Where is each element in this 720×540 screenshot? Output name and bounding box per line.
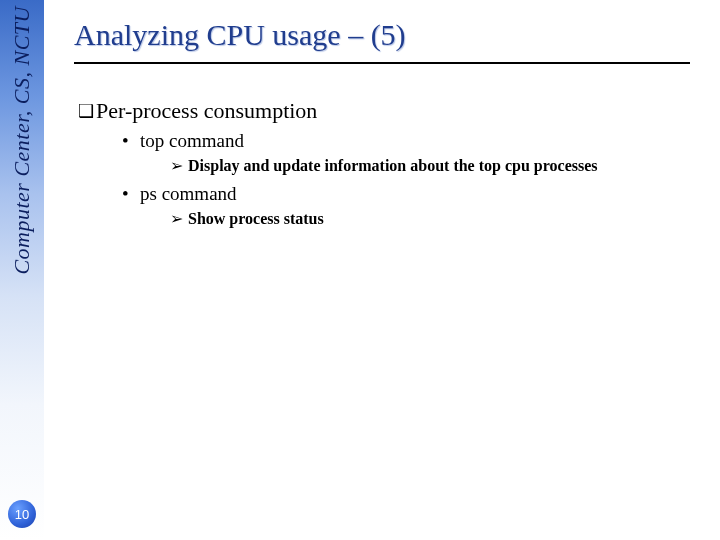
slide: Computer Center, CS, NCTU 10 Analyzing C… [0, 0, 720, 540]
dot-bullet-icon: • [122, 183, 140, 205]
title-underline [74, 62, 690, 64]
body: ❑Per-process consumption •top command ➢D… [60, 98, 700, 228]
bullet-level2-text: top command [140, 130, 244, 151]
page-number-badge: 10 [8, 500, 36, 528]
bullet-level3-text: Display and update information about the… [188, 157, 598, 174]
bullet-level3: ➢Display and update information about th… [170, 156, 700, 175]
bullet-level2-text: ps command [140, 183, 237, 204]
page-number: 10 [15, 507, 29, 522]
content-area: Analyzing CPU usage – (5) ❑Per-process c… [60, 18, 700, 236]
sidebar-gradient: Computer Center, CS, NCTU [0, 0, 44, 540]
dot-bullet-icon: • [122, 130, 140, 152]
slide-title: Analyzing CPU usage – (5) [60, 18, 700, 52]
bullet-level3: ➢Show process status [170, 209, 700, 228]
bullet-level1-text: Per-process consumption [96, 98, 317, 123]
bullet-level1: ❑Per-process consumption [78, 98, 700, 124]
arrow-bullet-icon: ➢ [170, 209, 188, 228]
square-bullet-icon: ❑ [78, 100, 96, 122]
sidebar-org-text: Computer Center, CS, NCTU [9, 6, 35, 275]
bullet-level2: •top command [122, 130, 700, 152]
arrow-bullet-icon: ➢ [170, 156, 188, 175]
bullet-level3-text: Show process status [188, 210, 324, 227]
bullet-level2: •ps command [122, 183, 700, 205]
